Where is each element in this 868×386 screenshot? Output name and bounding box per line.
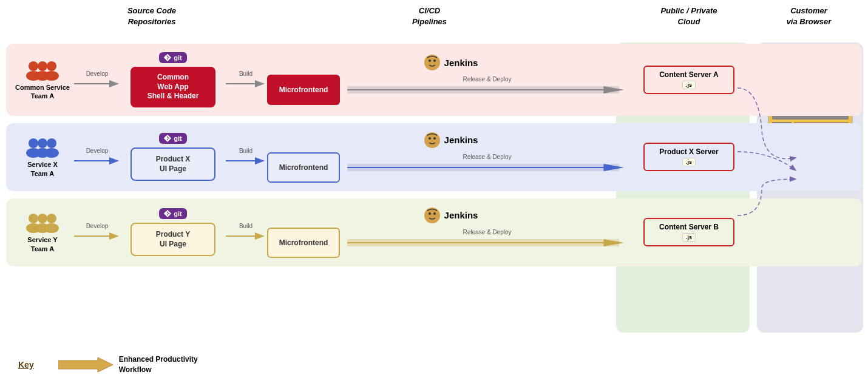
server-col-blue: Product X Server .js [634,140,744,174]
key-arrow-item: Enhanced Productivity Workflow [58,354,198,375]
svg-point-32 [47,138,56,148]
team-icon-x [24,136,61,158]
jenkins-label-olive: Jenkins [424,207,478,224]
team-name-common: Common Service Team A [15,83,70,101]
jenkins-area-red: Jenkins Microfrontend Release & Deploy [267,54,634,105]
server-box-red: Content Server A .js [643,66,734,94]
svg-marker-54 [58,357,113,372]
microfrontend-box-olive: Microfrontend [267,228,340,258]
develop-arrow-svg-olive [73,231,121,242]
git-badge-olive: git [159,208,186,219]
release-arrow-svg-olive [345,236,629,249]
release-arrow-olive: Release & Deploy [345,236,629,249]
svg-point-15 [29,61,38,71]
develop-arrow-svg-red [73,78,121,89]
column-headers: Source Code Repositories CI/CD Pipelines… [0,5,868,27]
col-header-source: Source Code Repositories [67,5,237,27]
source-box-red: Common Web App Shell & Header [131,67,215,107]
pipeline-row-olive: Microfrontend Release & Deploy [267,228,634,258]
svg-point-43 [38,214,47,223]
jenkins-label-red: Jenkins [424,54,478,71]
row-common-service: Common Service Team A Develop git Common… [6,44,862,116]
server-box-olive: Content Server B .js [643,218,734,246]
release-arrow-svg-blue [345,161,629,174]
build-arrow-svg-blue [225,155,267,166]
build-arrow-blue: Build [225,147,267,166]
col-header-cloud: Public / Private Cloud [622,5,756,27]
server-box-blue: Product X Server .js [643,143,734,171]
svg-point-24 [429,59,431,62]
develop-arrow-blue: Develop [73,147,121,166]
team-common-service: Common Service Team A [12,59,73,101]
source-col-red: git Common Web App Shell & Header [121,52,225,107]
microfrontend-box-red: Microfrontend [267,75,340,105]
jenkins-area-blue: Jenkins Microfrontend Release & Deploy [267,132,634,183]
team-name-y: Service Y Team A [27,235,57,253]
svg-point-33 [44,148,59,158]
microfrontend-box-blue: Microfrontend [267,152,340,183]
svg-point-20 [44,71,59,81]
svg-point-19 [47,61,56,71]
key-title: Key [18,360,34,370]
source-col-blue: git Product X UI Page [121,133,225,181]
jenkins-icon-olive [424,207,441,224]
server-col-olive: Content Server B .js [634,215,744,249]
develop-arrow-red: Develop [73,70,121,89]
build-arrow-svg-red [225,78,267,89]
row-service-y: Service Y Team A Develop git Product Y U… [6,198,862,266]
jenkins-icon-red [424,54,441,71]
svg-point-30 [38,138,47,148]
build-arrow-svg-olive [225,231,267,242]
rows-wrapper: Common Service Team A Develop git Common… [6,44,862,266]
team-service-y: Service Y Team A [12,211,73,253]
svg-point-46 [44,223,59,233]
git-badge-blue: git [159,133,186,144]
build-arrow-olive: Build [225,223,267,242]
svg-point-41 [29,214,38,223]
svg-point-45 [47,214,56,223]
key-arrow-svg [58,356,113,374]
team-icon-y [24,211,61,233]
key-arrow-label: Enhanced Productivity Workflow [119,354,198,375]
develop-arrow-olive: Develop [73,223,121,242]
release-arrow-blue: Release & Deploy [345,161,629,174]
source-col-olive: git Product Y UI Page [121,208,225,256]
svg-point-50 [429,212,431,215]
svg-point-49 [424,208,440,223]
svg-point-37 [429,137,431,140]
svg-point-36 [424,132,440,148]
jenkins-icon-blue [424,132,441,149]
svg-point-51 [433,212,436,215]
build-arrow-red: Build [225,70,267,89]
pipeline-row-red: Microfrontend Release & Deploy [267,75,634,105]
team-service-x: Service X Team A [12,136,73,178]
svg-point-28 [29,138,38,148]
key-section: Key Enhanced Productivity Workflow [18,354,198,375]
col-header-cicd: CI/CD Pipelines [237,5,622,27]
team-icon-common [24,59,61,81]
svg-point-25 [433,59,436,62]
diagram-container: Source Code Repositories CI/CD Pipelines… [0,0,868,386]
source-box-blue: Product X UI Page [131,147,215,181]
release-arrow-svg-red [345,83,629,96]
team-name-x: Service X Team A [27,160,58,178]
row-service-x: Service X Team A Develop git Product X U… [6,123,862,191]
svg-point-38 [433,137,436,140]
pipeline-row-blue: Microfrontend Release & Deploy [267,152,634,183]
jenkins-label-blue: Jenkins [424,132,478,149]
svg-point-23 [424,55,440,70]
col-header-browser: Customer via Browser [756,5,862,27]
develop-arrow-svg-blue [73,155,121,166]
release-arrow-red: Release & Deploy [345,83,629,96]
git-badge-red: git [159,52,186,63]
jenkins-area-olive: Jenkins Microfrontend Release & Deploy [267,207,634,258]
svg-point-17 [38,61,47,71]
source-box-olive: Product Y UI Page [131,223,215,256]
server-col-red: Content Server A .js [634,63,744,96]
